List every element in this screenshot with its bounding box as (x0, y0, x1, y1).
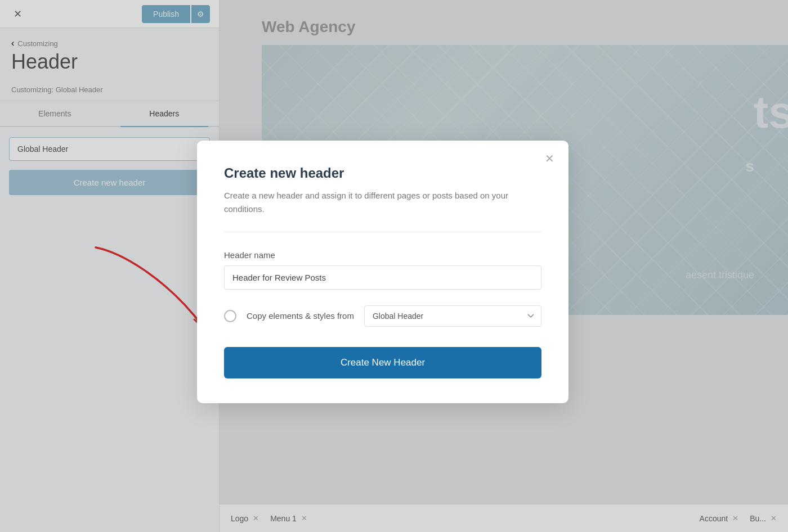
modal-description: Create a new header and assign it to dif… (224, 189, 541, 232)
copy-radio[interactable] (224, 310, 236, 322)
header-name-label: Header name (224, 250, 541, 260)
modal-backdrop: ✕ Create new header Create a new header … (0, 0, 788, 532)
copy-label: Copy elements & styles from (247, 311, 354, 321)
header-name-input[interactable] (224, 265, 541, 290)
copy-row: Copy elements & styles from Global Heade… (224, 305, 541, 327)
create-new-header-submit-button[interactable]: Create New Header (224, 347, 541, 378)
modal-title: Create new header (224, 165, 541, 181)
copy-from-select[interactable]: Global Header None (364, 305, 541, 327)
modal-close-button[interactable]: ✕ (541, 151, 557, 166)
create-header-modal: ✕ Create new header Create a new header … (197, 141, 568, 403)
